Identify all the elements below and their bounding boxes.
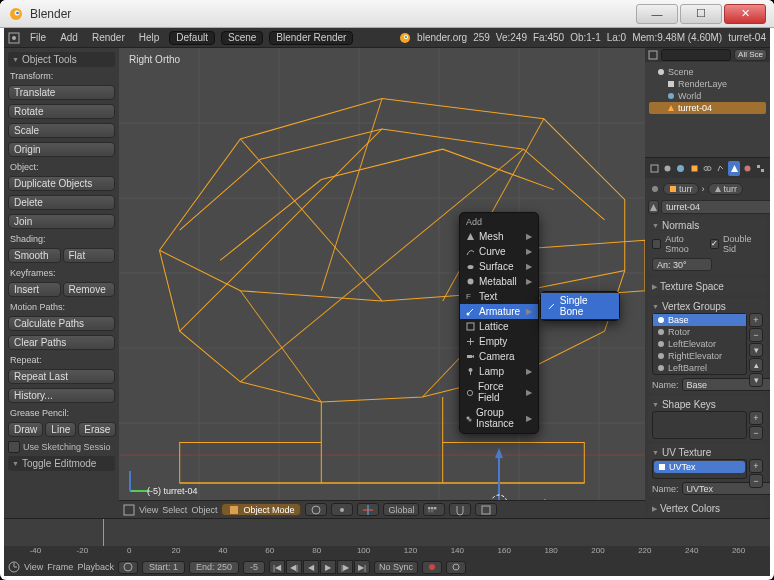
add-menu[interactable]: Add Mesh▶ Curve▶ Surface▶ Metaball▶ FTex…: [459, 212, 539, 434]
editor-type-icon[interactable]: [8, 32, 20, 44]
add-empty[interactable]: Empty: [460, 334, 538, 349]
add-surface[interactable]: Surface▶: [460, 259, 538, 274]
vp-menu-view[interactable]: View: [139, 505, 158, 515]
flat-button[interactable]: Flat: [63, 248, 116, 263]
shape-keys-list[interactable]: [652, 411, 747, 439]
maximize-button[interactable]: ☐: [680, 4, 722, 24]
delete-button[interactable]: Delete: [8, 195, 115, 210]
layers-button[interactable]: [423, 503, 445, 516]
panel-normals-header[interactable]: Normals: [652, 219, 763, 232]
scale-button[interactable]: Scale: [8, 123, 115, 138]
duplicate-button[interactable]: Duplicate Objects: [8, 176, 115, 191]
keying-set-select[interactable]: [446, 561, 466, 574]
uv-add-button[interactable]: +: [749, 459, 763, 473]
vgroup-item[interactable]: LeftElevator: [653, 338, 746, 350]
uv-texture-list[interactable]: UVTex: [652, 459, 747, 479]
repeat-last-button[interactable]: Repeat Last: [8, 369, 115, 384]
panel-uv-texture-header[interactable]: UV Texture: [652, 446, 763, 459]
render-engine-select[interactable]: Blender Render: [269, 31, 353, 45]
scene-select[interactable]: Scene: [221, 31, 263, 45]
datablock-icon[interactable]: [648, 200, 659, 214]
close-button[interactable]: ✕: [724, 4, 766, 24]
add-curve[interactable]: Curve▶: [460, 244, 538, 259]
play-button[interactable]: ▶: [320, 560, 336, 574]
add-mesh[interactable]: Mesh▶: [460, 229, 538, 244]
outliner-search[interactable]: [661, 49, 731, 61]
tab-object-data[interactable]: [728, 161, 740, 176]
add-lamp[interactable]: Lamp▶: [460, 364, 538, 379]
start-frame-input[interactable]: Start: 1: [142, 561, 185, 574]
minimize-button[interactable]: —: [636, 4, 678, 24]
join-button[interactable]: Join: [8, 214, 115, 229]
panel-vertex-groups-header[interactable]: Vertex Groups: [652, 300, 763, 313]
uv-remove-button[interactable]: −: [749, 474, 763, 488]
panel-vertex-colors-header[interactable]: Vertex Colors: [652, 502, 763, 515]
vgroup-move-down-button[interactable]: ▾: [749, 373, 763, 387]
gp-erase-button[interactable]: Erase: [78, 422, 116, 437]
outliner-world[interactable]: World: [649, 90, 766, 102]
editor-type-icon[interactable]: [123, 504, 135, 516]
tab-texture[interactable]: [755, 161, 767, 176]
menu-render[interactable]: Render: [88, 32, 129, 43]
tab-scene[interactable]: [661, 161, 673, 176]
pin-icon[interactable]: [650, 184, 660, 194]
jump-start-button[interactable]: |◀: [269, 560, 285, 574]
menu-add[interactable]: Add: [56, 32, 82, 43]
crumb-object[interactable]: turr: [663, 183, 699, 195]
timeline-area[interactable]: -40-200204060801001201401601802002202402…: [4, 519, 770, 558]
panel-texture-space-header[interactable]: Texture Space: [652, 280, 763, 293]
vgroup-specials-button[interactable]: ▾: [749, 343, 763, 357]
armature-submenu[interactable]: Single Bone: [540, 291, 620, 321]
pivot-button[interactable]: [331, 503, 353, 516]
shapekey-add-button[interactable]: +: [749, 411, 763, 425]
gp-session-checkbox[interactable]: Use Sketching Sessio: [8, 440, 115, 454]
add-metaball[interactable]: Metaball▶: [460, 274, 538, 289]
add-text[interactable]: FText: [460, 289, 538, 304]
vgroup-item[interactable]: RightElevator: [653, 350, 746, 362]
crumb-mesh[interactable]: turr: [708, 183, 744, 195]
outliner-renderlayers[interactable]: RenderLaye: [649, 78, 766, 90]
vp-menu-object[interactable]: Object: [191, 505, 217, 515]
vgroup-add-button[interactable]: +: [749, 313, 763, 327]
rotate-button[interactable]: Rotate: [8, 104, 115, 119]
add-force-field[interactable]: Force Field▶: [460, 379, 538, 405]
outliner-scene[interactable]: Scene: [649, 66, 766, 78]
tab-material[interactable]: [741, 161, 753, 176]
origin-button[interactable]: Origin: [8, 142, 115, 157]
outliner-object-turret[interactable]: turret-04: [649, 102, 766, 114]
add-lattice[interactable]: Lattice: [460, 319, 538, 334]
vgroup-item[interactable]: LeftBarrel: [653, 362, 746, 374]
tl-menu-playback[interactable]: Playback: [77, 562, 114, 572]
tl-menu-frame[interactable]: Frame: [47, 562, 73, 572]
add-camera[interactable]: Camera: [460, 349, 538, 364]
vgroup-item[interactable]: Base: [653, 314, 746, 326]
end-frame-input[interactable]: End: 250: [189, 561, 239, 574]
panel-shape-keys-header[interactable]: Shape Keys: [652, 398, 763, 411]
manipulator-button[interactable]: [357, 503, 379, 516]
menu-file[interactable]: File: [26, 32, 50, 43]
history-button[interactable]: History...: [8, 388, 115, 403]
keyframe-prev-button[interactable]: ◀|: [286, 560, 302, 574]
editor-type-icon[interactable]: [648, 50, 658, 60]
3d-viewport[interactable]: Right Ortho: [119, 48, 645, 518]
panel-toggle-editmode[interactable]: Toggle Editmode: [8, 456, 115, 471]
vgroup-item[interactable]: Rotor: [653, 326, 746, 338]
jump-end-button[interactable]: ▶|: [354, 560, 370, 574]
add-group-instance[interactable]: Group Instance▶: [460, 405, 538, 431]
mode-select[interactable]: Object Mode: [221, 503, 301, 516]
auto-smooth-checkbox[interactable]: [652, 239, 661, 249]
add-armature[interactable]: Armature▶: [460, 304, 538, 319]
sync-mode-select[interactable]: No Sync: [374, 561, 418, 574]
render-preview-button[interactable]: [475, 503, 497, 516]
menu-help[interactable]: Help: [135, 32, 164, 43]
panel-object-tools[interactable]: Object Tools: [8, 52, 115, 67]
play-reverse-button[interactable]: ◀: [303, 560, 319, 574]
remove-keyframe-button[interactable]: Remove: [63, 282, 116, 297]
screen-layout-select[interactable]: Default: [169, 31, 215, 45]
vertex-groups-list[interactable]: Base Rotor LeftElevator RightElevator Le…: [652, 313, 747, 375]
current-frame-input[interactable]: -5: [243, 561, 265, 574]
editor-type-icon[interactable]: [8, 561, 20, 573]
clear-paths-button[interactable]: Clear Paths: [8, 335, 115, 350]
gp-draw-button[interactable]: Draw: [8, 422, 43, 437]
tl-menu-view[interactable]: View: [24, 562, 43, 572]
